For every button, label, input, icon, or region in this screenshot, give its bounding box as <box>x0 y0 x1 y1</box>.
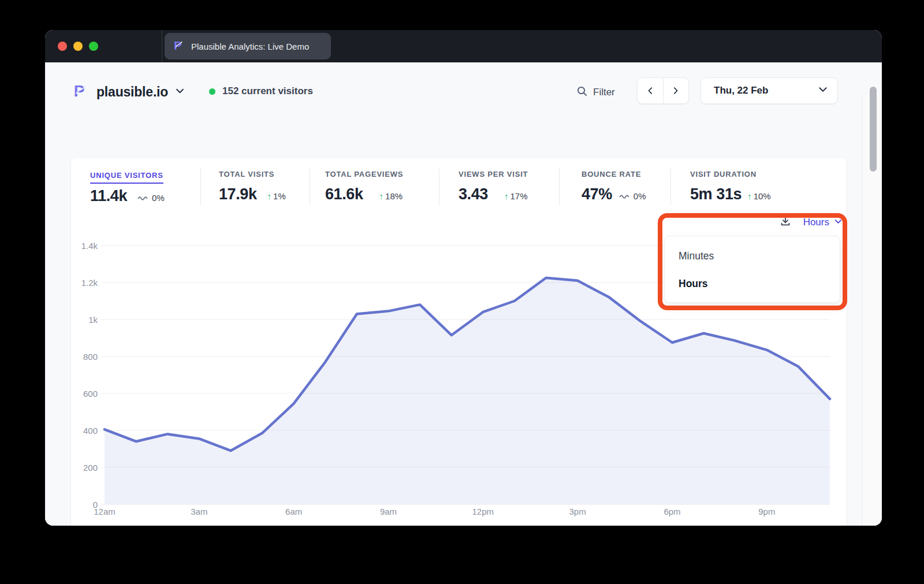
stat-unique-visitors[interactable]: UNIQUE VISITORS 11.4k 0% <box>90 170 165 205</box>
minimize-window-button[interactable] <box>73 42 83 51</box>
interval-menu: Minutes Hours <box>664 236 840 303</box>
up-arrow-icon: ↑ <box>504 191 509 201</box>
chevron-down-icon <box>175 86 185 98</box>
svg-text:12pm: 12pm <box>472 507 494 516</box>
up-arrow-icon: ↑ <box>747 191 752 201</box>
previous-period-button[interactable] <box>638 78 663 103</box>
interval-dropdown-button[interactable]: Hours <box>803 217 843 228</box>
stat-divider <box>439 169 439 206</box>
site-switcher[interactable]: P plausible.io <box>72 82 185 102</box>
download-icon[interactable] <box>779 215 792 230</box>
stat-total-visits[interactable]: TOTAL VISITS 17.9k ↑ 1% <box>219 170 286 203</box>
stat-change: ↑ 18% <box>379 191 403 201</box>
stat-total-pageviews[interactable]: TOTAL PAGEVIEWS 61.6k ↑ 18% <box>325 170 403 203</box>
svg-text:9pm: 9pm <box>758 507 775 516</box>
stat-label: TOTAL VISITS <box>219 170 286 178</box>
stat-divider <box>200 169 201 206</box>
svg-text:3pm: 3pm <box>569 507 586 516</box>
stat-change: ↑ 1% <box>267 191 286 201</box>
stat-label: VISIT DURATION <box>690 170 771 178</box>
chart-toolbar: Hours <box>662 214 843 230</box>
svg-text:400: 400 <box>83 426 98 436</box>
date-nav-group <box>637 77 689 104</box>
stat-label: UNIQUE VISITORS <box>90 171 163 184</box>
tab-title: Plausible Analytics: Live Demo <box>191 42 309 51</box>
browser-titlebar: P Plausible Analytics: Live Demo <box>45 30 882 62</box>
svg-text:9am: 9am <box>380 507 397 516</box>
up-arrow-icon: ↑ <box>267 191 272 201</box>
stat-value: 11.4k <box>90 187 127 205</box>
date-label: Thu, 22 Feb <box>714 85 818 96</box>
current-visitors-label: 152 current visitors <box>222 85 313 97</box>
stat-bounce-rate[interactable]: BOUNCE RATE 47% 0% <box>582 170 646 203</box>
stat-value: 17.9k <box>219 185 257 203</box>
traffic-lights <box>58 42 98 51</box>
next-period-button[interactable] <box>664 78 689 103</box>
flat-trend-icon <box>137 192 149 202</box>
svg-text:600: 600 <box>83 389 98 399</box>
svg-text:1.2k: 1.2k <box>81 278 98 288</box>
analytics-card: UNIQUE VISITORS 11.4k 0% TOTAL VISITS 17… <box>71 158 847 526</box>
chevron-down-icon <box>834 217 843 228</box>
stat-divider <box>559 169 560 206</box>
plausible-logo-icon: P <box>173 39 185 54</box>
stat-change: 0% <box>619 191 646 201</box>
svg-text:1.4k: 1.4k <box>81 241 98 251</box>
stat-visit-duration[interactable]: VISIT DURATION 5m 31s ↑ 10% <box>690 170 771 203</box>
svg-text:6pm: 6pm <box>664 507 680 516</box>
interval-label: Hours <box>803 217 829 228</box>
dashboard-page: P plausible.io 152 current visitors Filt… <box>45 62 882 526</box>
site-name: plausible.io <box>96 84 168 100</box>
date-picker[interactable]: Thu, 22 Feb <box>701 77 838 104</box>
up-arrow-icon: ↑ <box>379 191 384 201</box>
svg-text:1k: 1k <box>88 315 98 325</box>
stat-value: 61.6k <box>325 185 363 203</box>
stat-label: TOTAL PAGEVIEWS <box>325 170 403 178</box>
stat-divider <box>310 169 310 206</box>
screenshot-stage: P Plausible Analytics: Live Demo P <box>0 0 924 584</box>
filter-label: Filter <box>593 87 615 98</box>
stat-divider <box>670 169 671 206</box>
zoom-window-button[interactable] <box>89 42 98 51</box>
stat-change: ↑ 10% <box>747 191 771 201</box>
stat-label: BOUNCE RATE <box>582 170 646 178</box>
stat-value: 5m 31s <box>690 185 742 203</box>
browser-tab[interactable]: P Plausible Analytics: Live Demo <box>165 33 331 59</box>
stat-value: 47% <box>582 185 612 203</box>
browser-window: P Plausible Analytics: Live Demo P <box>45 30 882 526</box>
current-visitors[interactable]: 152 current visitors <box>209 85 313 97</box>
svg-text:200: 200 <box>83 463 98 473</box>
filter-button[interactable]: Filter <box>576 85 615 99</box>
stat-change: 0% <box>137 193 165 203</box>
svg-text:12am: 12am <box>94 507 116 516</box>
stat-change: ↑ 17% <box>504 191 528 201</box>
chevron-down-icon <box>818 84 828 97</box>
svg-text:800: 800 <box>83 352 98 362</box>
flat-trend-icon <box>619 191 631 200</box>
stat-views-per-visit[interactable]: VIEWS PER VISIT 3.43 ↑ 17% <box>459 170 528 203</box>
stat-label: VIEWS PER VISIT <box>459 170 528 178</box>
stat-value: 3.43 <box>459 185 488 203</box>
menu-item-hours[interactable]: Hours <box>665 270 840 297</box>
scrollbar-thumb[interactable] <box>870 87 877 172</box>
menu-item-minutes[interactable]: Minutes <box>665 242 840 270</box>
svg-text:6am: 6am <box>285 507 302 516</box>
svg-text:3am: 3am <box>191 507 207 516</box>
close-window-button[interactable] <box>58 42 67 51</box>
live-dot-icon <box>209 88 215 95</box>
search-icon <box>576 85 588 99</box>
titlebar-divider <box>162 30 162 62</box>
plausible-logo-icon: P <box>72 82 90 102</box>
